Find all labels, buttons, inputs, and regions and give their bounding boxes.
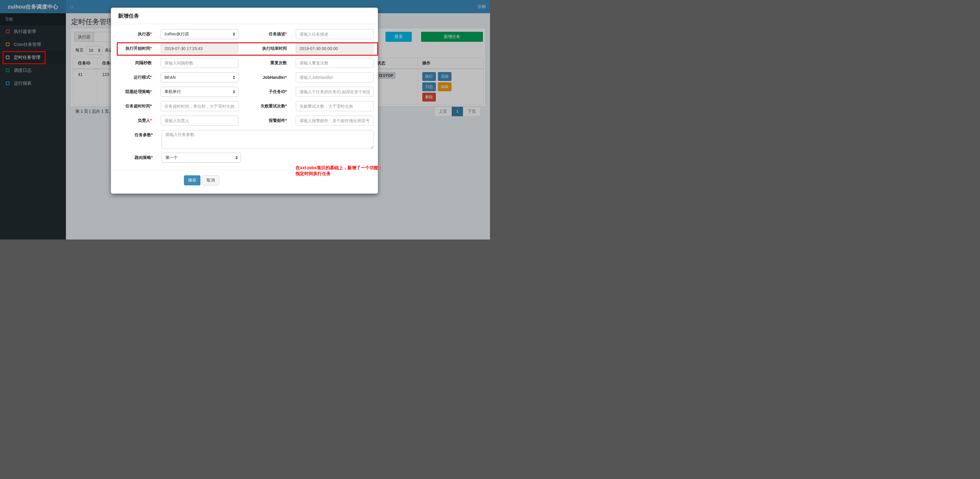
save-button[interactable]: 保存: [184, 175, 200, 185]
end-time-label: 执行结束时间: [239, 46, 287, 51]
interval-input[interactable]: [161, 58, 239, 68]
owner-label: 负责人*: [111, 118, 152, 123]
app-root: zuihou任务调度中心 □ 注销 导航 执行器管理 Cron任务管理 定时任务…: [0, 0, 490, 240]
add-task-modal: 新增任务 执行器* zuihou执行器 任务描述* 执行开始时间* 执行结束时间…: [111, 8, 378, 194]
route-strategy-select[interactable]: 第一个: [162, 153, 241, 163]
run-mode-select-value: BEAN: [164, 75, 176, 80]
child-job-id-input[interactable]: [296, 87, 374, 97]
retry-count-label: 失败重试次数*: [239, 103, 287, 109]
form-row-2: 执行开始时间* 执行结束时间: [111, 43, 374, 54]
interval-label: 间隔秒数: [111, 60, 152, 65]
form-row-param: 任务参数*: [111, 130, 374, 149]
repeat-count-label: 重复次数: [239, 60, 287, 65]
executor-label: 执行器*: [111, 32, 152, 37]
timeout-label: 任务超时时间*: [111, 103, 152, 109]
form-row-5: 阻塞处理策略* 单机串行 子任务ID*: [111, 87, 374, 97]
timeout-input[interactable]: [161, 101, 239, 111]
cancel-button[interactable]: 取消: [202, 175, 219, 185]
block-strategy-label: 阻塞处理策略*: [111, 89, 152, 94]
form-row-1: 执行器* zuihou执行器 任务描述*: [111, 29, 374, 39]
job-param-textarea[interactable]: [162, 130, 374, 149]
owner-input[interactable]: [161, 116, 239, 126]
block-strategy-select[interactable]: 单机串行: [161, 87, 239, 97]
start-time-label: 执行开始时间*: [111, 46, 152, 51]
form-row-7: 负责人* 报警邮件*: [111, 116, 374, 126]
run-mode-select[interactable]: BEAN: [161, 72, 239, 83]
feature-note-line1: 在xxl-jobs项目的基础上，新增了一个功能：: [296, 165, 378, 171]
run-mode-label: 运行模式*: [111, 75, 152, 80]
job-handler-input[interactable]: [296, 72, 374, 83]
feature-note: 在xxl-jobs项目的基础上，新增了一个功能： 指定时间执行任务: [296, 165, 378, 177]
modal-body: 执行器* zuihou执行器 任务描述* 执行开始时间* 执行结束时间 间隔秒数…: [111, 24, 378, 185]
job-param-label: 任务参数*: [111, 130, 153, 138]
start-time-input[interactable]: [161, 43, 239, 54]
select-stepper-icon: [233, 76, 235, 79]
end-time-input[interactable]: [296, 43, 374, 54]
modal-title: 新增任务: [111, 8, 378, 24]
form-row-3: 间隔秒数 重复次数: [111, 58, 374, 68]
job-handler-label: JobHandler*: [239, 75, 287, 80]
executor-select-value: zuihou执行器: [164, 32, 189, 37]
form-row-6: 任务超时时间* 失败重试次数*: [111, 101, 374, 111]
select-stepper-icon: [235, 156, 238, 159]
feature-note-line2: 指定时间执行任务: [296, 171, 378, 177]
route-strategy-label: 路由策略*: [111, 155, 153, 160]
alarm-email-input[interactable]: [296, 116, 374, 126]
select-stepper-icon: [233, 32, 235, 36]
job-desc-label: 任务描述*: [239, 32, 287, 37]
select-stepper-icon: [233, 90, 235, 94]
alarm-email-label: 报警邮件*: [239, 118, 287, 123]
form-row-route: 路由策略* 第一个: [111, 153, 374, 163]
retry-count-input[interactable]: [296, 101, 374, 111]
child-job-id-label: 子任务ID*: [239, 89, 287, 94]
executor-select[interactable]: zuihou执行器: [161, 29, 239, 39]
job-desc-input[interactable]: [296, 29, 374, 39]
route-strategy-select-value: 第一个: [165, 155, 178, 160]
block-strategy-select-value: 单机串行: [164, 89, 181, 94]
form-row-4: 运行模式* BEAN JobHandler*: [111, 72, 374, 83]
repeat-count-input[interactable]: [296, 58, 374, 68]
